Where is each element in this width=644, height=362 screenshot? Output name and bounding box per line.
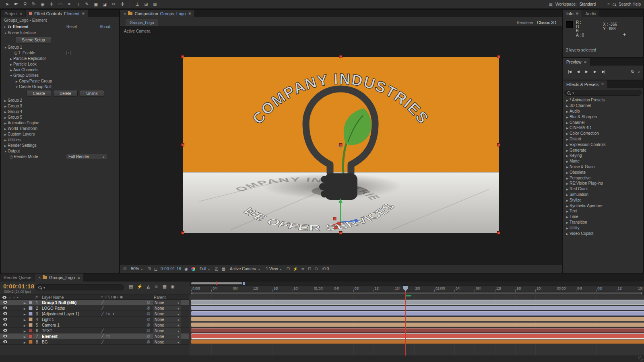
puppet-pin-tool[interactable]: ✜: [118, 1, 126, 8]
parent-dropdown[interactable]: None: [153, 334, 181, 339]
stopwatch-icon[interactable]: [9, 154, 14, 159]
parent-header[interactable]: Parent: [154, 295, 165, 300]
layer-row[interactable]: 4 Light 1 @ None: [0, 317, 189, 322]
effect-tree-item[interactable]: Group 3: [1, 103, 119, 109]
twirl-icon[interactable]: [565, 220, 570, 224]
layer-duration-bar[interactable]: [191, 311, 644, 316]
effects-category-row[interactable]: Distort: [563, 136, 643, 142]
create-button[interactable]: Create: [27, 90, 51, 97]
twirl-icon[interactable]: [9, 73, 13, 78]
twirl-icon[interactable]: [3, 104, 8, 108]
timeline-button-icon[interactable]: ≣: [301, 267, 304, 271]
effects-category-row[interactable]: Color Correction: [563, 131, 643, 136]
live-update-icon[interactable]: ⚡: [137, 284, 142, 289]
timeline-search-input[interactable]: [35, 284, 124, 290]
search-options-icon[interactable]: [43, 285, 45, 290]
next-frame-button[interactable]: ▶: [591, 68, 599, 75]
visibility-eye-icon[interactable]: [3, 335, 7, 337]
layer-name-header[interactable]: Layer Name: [42, 295, 64, 300]
mute-audio-icon[interactable]: ♪: [638, 69, 640, 74]
effect-tree-item[interactable]: Group 1: [1, 44, 119, 50]
layer-color-swatch[interactable]: [29, 312, 33, 316]
layer-expand-icon[interactable]: [23, 334, 27, 339]
about-link[interactable]: About...: [100, 25, 114, 29]
effects-category-row[interactable]: Time: [563, 214, 643, 220]
rotation-tool[interactable]: ↻: [30, 1, 38, 8]
effect-tree-item[interactable]: Utilities: [1, 137, 119, 142]
reset-exposure-icon[interactable]: ⊙: [314, 267, 318, 271]
effects-category-row[interactable]: CINEMA 4D: [563, 125, 643, 131]
layer-switches[interactable]: ╱ fx ◐: [101, 312, 142, 316]
layer-duration-bar[interactable]: [191, 328, 644, 333]
unlink-button[interactable]: Unlink: [80, 90, 104, 97]
effects-category-row[interactable]: Simulation: [563, 192, 643, 197]
twirl-icon[interactable]: [565, 165, 570, 169]
twirl-icon[interactable]: [565, 231, 570, 236]
twirl-icon[interactable]: [3, 45, 8, 49]
camera-view-dropdown[interactable]: Active Camera: [229, 266, 262, 272]
layer-switches[interactable]: ╱: [101, 329, 142, 333]
twirl-icon[interactable]: [3, 109, 8, 114]
layer-name[interactable]: LOGO Paths: [42, 306, 99, 311]
twirl-icon[interactable]: [565, 142, 570, 147]
delete-button[interactable]: Delete: [53, 90, 78, 97]
effects-category-row[interactable]: Synthetic Aperture: [563, 203, 643, 208]
twirl-icon[interactable]: [565, 125, 570, 130]
effects-category-row[interactable]: Audio: [563, 109, 643, 114]
visibility-eye-icon[interactable]: [3, 318, 7, 321]
effects-category-row[interactable]: Generate: [563, 147, 643, 153]
layer-expand-icon[interactable]: [23, 317, 27, 322]
twirl-icon[interactable]: [565, 103, 570, 108]
viewer-timecode[interactable]: 0:00:01:18: [161, 267, 181, 271]
twirl-icon[interactable]: [565, 176, 570, 180]
parent-dropdown[interactable]: None: [153, 311, 181, 316]
twirl-icon[interactable]: [14, 84, 19, 89]
layer-expand-icon[interactable]: [23, 340, 27, 344]
twirl-icon[interactable]: [565, 226, 570, 230]
exposure-value[interactable]: +0.0: [321, 267, 329, 271]
tab-effects-presets[interactable]: Effects & Presets ≡: [563, 80, 607, 88]
effect-tree-item[interactable]: Copy/Paste Group: [1, 78, 119, 84]
effect-tree-item[interactable]: Particle Look: [1, 61, 119, 67]
effects-category-row[interactable]: Noise & Grain: [563, 164, 643, 170]
parent-dropdown[interactable]: None: [153, 328, 181, 333]
effects-search-input[interactable]: [564, 90, 642, 96]
layer-name[interactable]: Element: [42, 334, 99, 339]
effect-tree-item[interactable]: Create Group Null: [1, 84, 119, 89]
effects-category-row[interactable]: Utility: [563, 225, 643, 230]
render-mode-dropdown[interactable]: Full Render: [66, 154, 107, 159]
channels-icon[interactable]: ●: [191, 267, 195, 271]
effects-category-row[interactable]: Video Copilot: [563, 230, 643, 236]
effect-tree-item[interactable]: Animation Engine: [1, 120, 119, 125]
magnification-menu-icon[interactable]: ⊕: [123, 267, 126, 271]
pixel-aspect-icon[interactable]: ⊡: [286, 267, 289, 271]
twirl-icon[interactable]: [9, 68, 13, 72]
effects-category-row[interactable]: RE:Vision Plug-ins: [563, 181, 643, 186]
effects-category-row[interactable]: Obsolete: [563, 169, 643, 175]
layer-duration-bar[interactable]: [191, 323, 644, 327]
renderer-value[interactable]: Classic 3D: [537, 21, 556, 25]
layer-row[interactable]: 3 [Adjustment Layer 1] ╱ fx ◐ @ None: [0, 311, 189, 317]
effects-category-row[interactable]: Blur & Sharpen: [563, 114, 643, 119]
effects-category-row[interactable]: Keying: [563, 153, 643, 158]
stopwatch-icon[interactable]: [13, 51, 18, 55]
tab-project[interactable]: Project ×: [1, 10, 25, 17]
twirl-icon[interactable]: [565, 192, 570, 197]
hand-tool[interactable]: ☛: [12, 1, 20, 8]
panel-menu-icon[interactable]: ≡: [576, 11, 579, 16]
visibility-eye-icon[interactable]: [3, 306, 7, 309]
twirl-icon[interactable]: [3, 143, 8, 148]
twirl-icon[interactable]: [565, 187, 570, 191]
layer-expand-icon[interactable]: [23, 306, 27, 311]
layer-color-swatch[interactable]: [29, 329, 33, 333]
twirl-icon[interactable]: [3, 149, 8, 153]
layer-name[interactable]: [Adjustment Layer 1]: [42, 312, 99, 316]
current-timecode[interactable]: 0:00:01:18: [3, 283, 34, 290]
shape-tool[interactable]: ▭: [56, 1, 64, 8]
scene-setup-button[interactable]: Scene Setup: [16, 36, 51, 43]
navigator-playhead[interactable]: [216, 282, 217, 285]
visibility-eye-icon[interactable]: [3, 329, 7, 332]
twirl-icon[interactable]: [9, 62, 13, 66]
twirl-icon[interactable]: [565, 115, 570, 119]
comp-mini-flowchart-icon[interactable]: ▤: [129, 284, 133, 289]
